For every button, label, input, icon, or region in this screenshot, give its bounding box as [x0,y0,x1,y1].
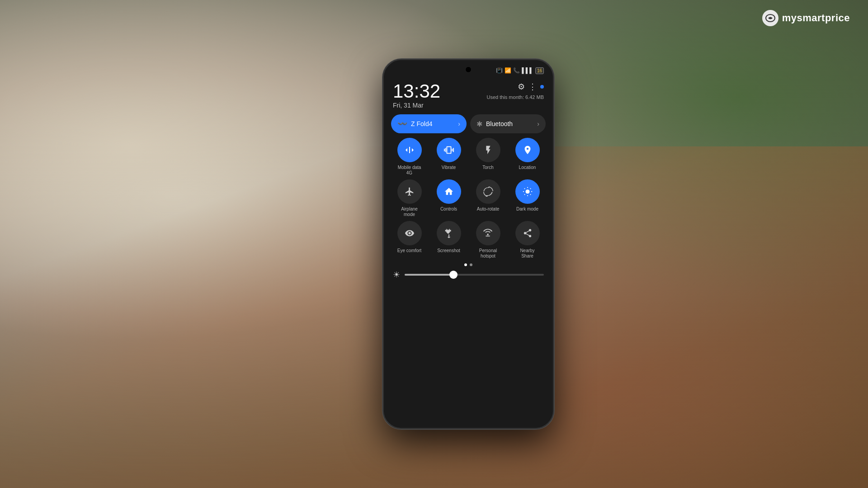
notification-dot [540,85,544,89]
wifi-toggle-arrow: › [458,120,460,127]
tile-airplane-label: Airplanemode [401,206,418,217]
tile-location-icon [515,138,540,162]
wifi-toggle-icon: 〰️ [397,119,407,129]
tile-screenshot-icon [437,221,461,245]
tile-auto-rotate-label: Auto-rotate [477,206,499,212]
tile-vibrate-label: Vibrate [442,165,456,170]
network-bars-icon: ▌▌▌ [522,67,533,74]
brand-logo: mysmartprice [762,10,850,26]
tile-eye-comfort-label: Eye comfort [397,248,421,253]
tile-dark-mode[interactable]: Dark mode [509,179,546,217]
clock-date: Fri, 31 Mar [393,102,440,109]
phone-container: 📳 📶 📞 ▌▌▌ 16 13: [382,59,554,429]
tile-mobile-data[interactable]: Mobile data4G [391,138,428,176]
bluetooth-toggle-icon: ✱ [476,120,482,128]
tile-controls-label: Controls [440,206,457,212]
top-icons-row: ⚙ ⋮ [518,82,544,92]
bluetooth-toggle-button[interactable]: ✱ Bluetooth › [470,114,546,133]
camera-hole [465,66,472,73]
tile-controls-icon [437,179,461,204]
more-options-icon[interactable]: ⋮ [528,82,537,92]
svg-point-1 [525,189,529,193]
tile-hotspot-icon [476,221,500,245]
tile-vibrate[interactable]: Vibrate [430,138,467,176]
tile-screenshot[interactable]: Screenshot [430,221,467,259]
settings-icon[interactable]: ⚙ [518,82,525,92]
tile-hotspot-label: Personalhotspot [479,248,497,259]
brightness-track[interactable] [405,274,544,276]
tile-nearby-share-icon [515,221,540,245]
vibrate-status-icon: 📳 [496,67,503,74]
tile-nearby-share[interactable]: NearbyShare [509,221,546,259]
brightness-bar[interactable]: ☀ [391,270,546,280]
brightness-fill [405,274,453,276]
wifi-network-name: Z Fold4 [411,120,454,127]
tile-torch-label: Torch [482,165,493,170]
tile-dark-mode-label: Dark mode [516,206,538,212]
tile-controls[interactable]: Controls [430,179,467,217]
clock-time: 13:32 [393,82,440,101]
bluetooth-label: Bluetooth [486,120,533,127]
wide-toggles: 〰️ Z Fold4 › ✱ Bluetooth › [391,114,546,133]
tiles-grid: Mobile data4G Vibrate [391,138,546,259]
brightness-handle[interactable] [449,271,458,279]
top-right-controls: ⚙ ⋮ Used this month: 6.42 MB [486,82,544,100]
battery-level: 16 [537,68,542,73]
tile-eye-comfort-icon [397,221,422,245]
dot-1 [464,263,467,266]
signal-status-icon: 📞 [513,67,520,74]
tile-torch[interactable]: Torch [470,138,506,176]
tile-eye-comfort[interactable]: Eye comfort [391,221,428,259]
tile-screenshot-label: Screenshot [437,248,460,253]
tile-auto-rotate[interactable]: Auto-rotate [470,179,506,217]
tile-auto-rotate-icon [476,179,500,204]
top-section: 13:32 Fri, 31 Mar ⚙ ⋮ Used this month: 6… [391,82,546,109]
wifi-toggle-button[interactable]: 〰️ Z Fold4 › [391,114,467,133]
tile-dark-mode-icon [515,179,540,204]
status-icons: 📳 📶 📞 ▌▌▌ 16 [496,67,544,74]
bluetooth-toggle-arrow: › [537,120,539,127]
tile-location[interactable]: Location [509,138,546,176]
tile-airplane[interactable]: Airplanemode [391,179,428,217]
brand-name-text: mysmartprice [782,12,850,24]
time-display: 13:32 Fri, 31 Mar [393,82,440,109]
tile-location-label: Location [519,165,536,170]
battery-icon: 16 [535,67,544,74]
tile-vibrate-icon [437,138,461,162]
brightness-icon: ☀ [393,270,400,280]
dot-2 [470,263,472,266]
quick-settings-panel: 13:32 Fri, 31 Mar ⚙ ⋮ Used this month: 6… [384,77,553,428]
tile-nearby-share-label: NearbyShare [520,248,534,259]
tile-mobile-data-label: Mobile data4G [398,165,421,176]
tile-mobile-data-icon [397,138,422,162]
brand-icon [762,10,778,26]
tile-hotspot[interactable]: Personalhotspot [470,221,506,259]
tile-airplane-icon [397,179,422,204]
wifi-status-icon: 📶 [505,67,511,74]
tile-torch-icon [476,138,500,162]
data-usage-text: Used this month: 6.42 MB [486,94,544,100]
page-dots [391,263,546,266]
phone-frame: 📳 📶 📞 ▌▌▌ 16 13: [382,59,554,429]
phone-screen: 📳 📶 📞 ▌▌▌ 16 13: [384,60,553,428]
